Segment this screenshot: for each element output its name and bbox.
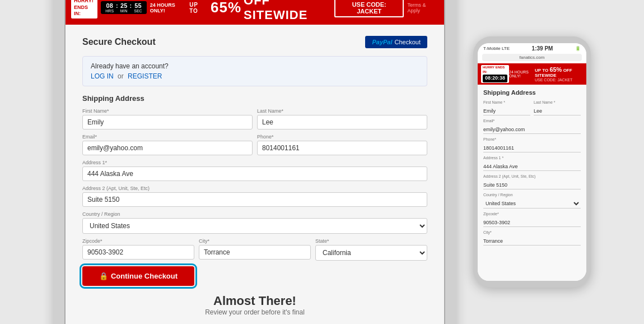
mobile-icons: 🔋	[575, 46, 581, 51]
city-input[interactable]	[199, 245, 311, 260]
mobile-time: 1:39 PM	[532, 45, 553, 52]
mobile-url-bar: fanatics.com	[482, 54, 582, 61]
address2-label: Address 2 (Apt, Unit, Ste, Etc)	[82, 186, 427, 191]
register-link[interactable]: REGISTER	[128, 72, 162, 80]
account-box: Already have an account? LOG IN or REGIS…	[82, 56, 427, 86]
hours-label: HRS	[105, 9, 114, 13]
mobile-first-name-label: First Name *	[483, 100, 530, 104]
banner-right: USE CODE: JACKET Terms & Apply	[334, 0, 438, 17]
mobile-zipcode-input[interactable]	[483, 219, 581, 227]
off-text: OFF SITEWIDE	[244, 0, 334, 22]
last-name-group: Last Name*	[257, 108, 427, 129]
mobile-url-text: fanatics.com	[520, 55, 545, 60]
phone-group: Phone*	[257, 134, 427, 155]
email-label: Email*	[82, 134, 253, 140]
seconds-value: 55	[134, 2, 141, 9]
mobile-email-input[interactable]	[483, 126, 581, 134]
mobile-carrier: T-Mobile LTE	[483, 46, 510, 51]
countdown-timer: 08 HRS : 25 MIN : 55 SEC	[101, 1, 146, 14]
address2-group: Address 2 (Apt, Unit, Ste, Etc)	[82, 186, 427, 207]
address1-label: Address 1*	[82, 160, 427, 165]
minutes-label: MIN	[120, 9, 128, 13]
mobile-phone-label: Phone*	[483, 137, 581, 141]
mobile-phone-input[interactable]	[483, 144, 581, 152]
mobile-email-group: Email*	[483, 119, 581, 134]
mobile-timer: 08:20:38	[483, 75, 507, 82]
minutes-value: 25	[120, 2, 127, 9]
mobile-address2-label: Address 2 (Apt, Unit, Ste, Etc)	[483, 174, 581, 178]
terms-link[interactable]: Terms & Apply	[407, 2, 438, 13]
hours-value: 08	[106, 2, 113, 9]
city-group: City*	[199, 238, 311, 261]
mobile-promo-right: UP TO 65% OFF SITEWIDE USE CODE: JACKET	[535, 66, 583, 82]
country-label: Country / Region	[82, 211, 427, 217]
mobile-hours-only: 24 HOURS ONLY!	[509, 70, 535, 78]
almost-there-section: Almost There! Review your order before i…	[82, 294, 427, 316]
zipcode-input[interactable]	[82, 245, 194, 260]
hurry-line1: HURRY!	[74, 0, 95, 4]
first-name-label: First Name*	[82, 108, 253, 114]
mobile-address1-input[interactable]	[483, 163, 581, 171]
mobile-name-row: First Name * Last Name *	[483, 100, 581, 119]
seconds-unit: 55 SEC	[134, 2, 142, 13]
state-label: State*	[315, 238, 427, 244]
mobile-hurry-box: HURRY ENDS IN: 08:20:38	[481, 65, 509, 82]
state-select[interactable]: California	[315, 245, 427, 261]
mobile-email-label: Email*	[483, 119, 581, 123]
address2-input[interactable]	[82, 192, 427, 207]
email-input[interactable]	[82, 141, 253, 155]
mobile-shipping-title: Shipping Address	[483, 89, 581, 96]
timer-colon-1: :	[116, 2, 118, 13]
mobile-last-name-input[interactable]	[534, 107, 581, 115]
address1-group: Address 1*	[82, 160, 427, 181]
or-text: or	[118, 72, 124, 80]
mobile-country-select[interactable]: United States	[483, 199, 581, 209]
zipcode-group: Zipcode*	[82, 238, 194, 261]
mobile-device: T-Mobile LTE 1:39 PM 🔋 fanatics.com HURR…	[473, 36, 591, 287]
mobile-city-input[interactable]	[483, 237, 581, 246]
mobile-zipcode-group: Zipcode*	[483, 212, 581, 227]
address2-row: Address 2 (Apt, Unit, Ste, Etc)	[82, 186, 427, 207]
country-select[interactable]: United States	[82, 218, 427, 234]
country-row: Country / Region United States	[82, 211, 427, 234]
mobile-status-bar: T-Mobile LTE 1:39 PM 🔋	[478, 43, 586, 54]
first-name-input[interactable]	[82, 115, 253, 129]
mobile-zipcode-label: Zipcode*	[483, 212, 581, 216]
almost-there-title: Almost There!	[82, 294, 427, 308]
last-name-input[interactable]	[257, 115, 427, 129]
hours-only-text: 24 HOURS ONLY!	[150, 2, 189, 13]
contact-row: Email* Phone*	[82, 134, 427, 155]
city-label: City*	[199, 238, 311, 244]
mobile-screen: T-Mobile LTE 1:39 PM 🔋 fanatics.com HURR…	[478, 43, 586, 280]
mobile-last-name-label: Last Name *	[534, 100, 581, 104]
checkout-header: Secure Checkout PayPal Checkout	[82, 36, 427, 48]
last-name-label: Last Name*	[257, 108, 427, 114]
state-group: State* California	[315, 238, 427, 261]
paypal-checkout-label: Checkout	[395, 39, 421, 45]
almost-there-subtitle: Review your order before it's final	[82, 308, 427, 316]
phone-input[interactable]	[257, 141, 427, 155]
use-code-button[interactable]: USE CODE: JACKET	[334, 0, 404, 17]
login-link[interactable]: LOG IN	[91, 72, 114, 80]
mobile-promo-banner: HURRY ENDS IN: 08:20:38 24 HOURS ONLY! U…	[478, 63, 586, 84]
mobile-city-group: City*	[483, 230, 581, 246]
mobile-banner-center: 24 HOURS ONLY!	[509, 70, 535, 78]
minutes-unit: 25 MIN	[120, 2, 128, 13]
mobile-address2-input[interactable]	[483, 181, 581, 189]
lock-icon: 🔒	[99, 272, 108, 280]
mobile-first-name-input[interactable]	[483, 107, 530, 115]
banner-left: HURRY! ENDS IN: 08 HRS : 25 MIN : 55	[71, 0, 189, 18]
hurry-line2: ENDS IN:	[74, 4, 95, 17]
promo-banner: HURRY! ENDS IN: 08 HRS : 25 MIN : 55	[66, 0, 444, 25]
laptop-device: 🚩 Fanatics | NFL MLB NBA NASCAR CART: $5…	[53, 0, 456, 324]
first-name-group: First Name*	[82, 108, 253, 129]
address1-input[interactable]	[82, 166, 427, 181]
percent-text: 65%	[211, 0, 241, 16]
seconds-label: SEC	[134, 9, 142, 13]
mobile-address2-group: Address 2 (Apt, Unit, Ste, Etc)	[483, 174, 581, 189]
mobile-promo-percent: UP TO 65% OFF SITEWIDE	[535, 66, 583, 78]
continue-checkout-button[interactable]: 🔒 Continue Checkout	[82, 266, 194, 286]
name-row: First Name* Last Name*	[82, 108, 427, 129]
paypal-checkout-button[interactable]: PayPal Checkout	[365, 36, 427, 48]
email-group: Email*	[82, 134, 253, 155]
